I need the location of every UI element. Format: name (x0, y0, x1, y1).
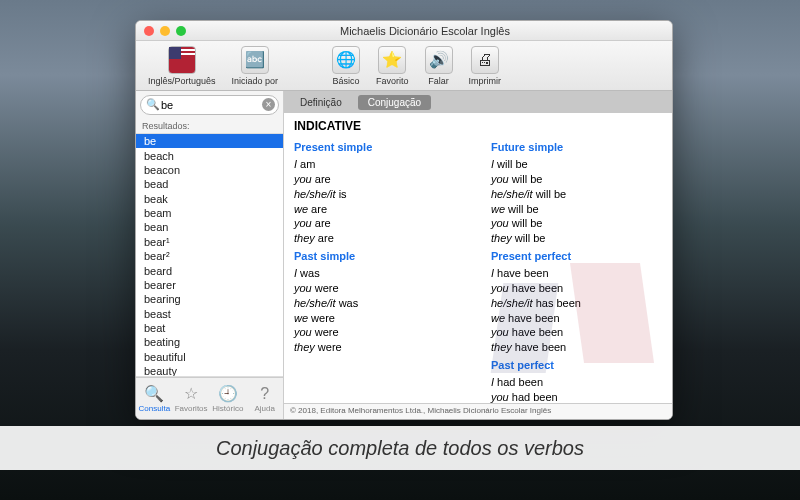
list-item[interactable]: beam (136, 206, 283, 220)
toolbar-label: Falar (428, 76, 449, 86)
conjugation-line: we have been (491, 311, 662, 326)
list-item[interactable]: be (136, 134, 283, 148)
toolbar: Inglês/Português 🔤Iniciado por 🌐Básico ⭐… (136, 41, 672, 91)
toolbar-startswith[interactable]: 🔤Iniciado por (228, 44, 283, 88)
list-item[interactable]: bear² (136, 249, 283, 263)
tab-ajuda[interactable]: ?Ajuda (246, 378, 283, 419)
conjugation-line: you were (294, 281, 465, 296)
conjugation-line: he/she/it was (294, 296, 465, 311)
conjugation-line: I was (294, 266, 465, 281)
star-icon: ☆ (184, 384, 198, 403)
list-item[interactable]: beacon (136, 163, 283, 177)
toolbar-label: Favorito (376, 76, 409, 86)
tab-historico[interactable]: 🕘Histórico (210, 378, 247, 419)
conjugation-line: he/she/it will be (491, 187, 662, 202)
conjugation-line: you had been (491, 390, 662, 403)
minimize-icon[interactable] (160, 26, 170, 36)
results-list[interactable]: bebeachbeaconbeadbeakbeambeanbear¹bear²b… (136, 133, 283, 377)
tab-label: Consulta (139, 404, 171, 413)
conjugation-line: I am (294, 157, 465, 172)
toolbar-basic[interactable]: 🌐Básico (328, 44, 364, 88)
window-title: Michaelis Dicionário Escolar Inglês (186, 25, 664, 37)
conjugation-line: you have been (491, 325, 662, 340)
tab-consulta[interactable]: 🔍Consulta (136, 378, 173, 419)
tense-heading: Past perfect (491, 359, 662, 371)
content-tabs: Definição Conjugação (284, 91, 672, 113)
list-item[interactable]: bean (136, 220, 283, 234)
conjugation-line: they were (294, 340, 465, 355)
conjugation-line: I have been (491, 266, 662, 281)
conjugation-line: they will be (491, 231, 662, 246)
zoom-icon[interactable] (176, 26, 186, 36)
conjugation-line: they are (294, 231, 465, 246)
conjugation-line: we will be (491, 202, 662, 217)
tab-definicao[interactable]: Definição (290, 95, 352, 110)
list-item[interactable]: bearer (136, 278, 283, 292)
tab-label: Favoritos (175, 404, 208, 413)
tab-conjugacao[interactable]: Conjugação (358, 95, 431, 110)
conjugation-right-col: Future simpleI will beyou will behe/she/… (491, 137, 662, 403)
titlebar: Michaelis Dicionário Escolar Inglês (136, 21, 672, 41)
clock-icon: 🕘 (218, 384, 238, 403)
list-item[interactable]: beat (136, 321, 283, 335)
tense-heading: Present perfect (491, 250, 662, 262)
toolbar-label: Imprimir (469, 76, 502, 86)
search-icon: 🔍 (144, 384, 164, 403)
tab-label: Histórico (212, 404, 243, 413)
conjugation-line: I will be (491, 157, 662, 172)
toolbar-label: Iniciado por (232, 76, 279, 86)
conjugation-pane: INDICATIVE Present simpleI amyou arehe/s… (284, 113, 672, 403)
toolbar-speak[interactable]: 🔊Falar (421, 44, 457, 88)
toolbar-label: Inglês/Português (148, 76, 216, 86)
list-item[interactable]: beast (136, 307, 283, 321)
clear-icon[interactable]: × (262, 98, 275, 111)
toolbar-language[interactable]: Inglês/Português (144, 44, 220, 88)
search-field: 🔍 × (140, 95, 279, 115)
mood-heading: INDICATIVE (294, 119, 662, 133)
conjugation-line: they have been (491, 340, 662, 355)
conjugation-line: you have been (491, 281, 662, 296)
help-icon: ? (260, 385, 269, 403)
conjugation-line: he/she/it is (294, 187, 465, 202)
conjugation-line: I had been (491, 375, 662, 390)
conjugation-line: we were (294, 311, 465, 326)
speaker-icon: 🔊 (425, 46, 453, 74)
conjugation-line: you are (294, 172, 465, 187)
content-area: Definição Conjugação INDICATIVE Present … (284, 91, 672, 419)
conjugation-left-col: Present simpleI amyou arehe/she/it iswe … (294, 137, 465, 403)
conjugation-line: you will be (491, 216, 662, 231)
printer-icon: 🖨 (471, 46, 499, 74)
list-item[interactable]: bead (136, 177, 283, 191)
toolbar-favorite[interactable]: ⭐Favorito (372, 44, 413, 88)
marketing-caption: Conjugação completa de todos os verbos (0, 426, 800, 470)
search-icon: 🔍 (146, 98, 160, 111)
list-item[interactable]: bear¹ (136, 235, 283, 249)
conjugation-line: you are (294, 216, 465, 231)
list-item[interactable]: beach (136, 148, 283, 162)
conjugation-line: he/she/it has been (491, 296, 662, 311)
app-window: Michaelis Dicionário Escolar Inglês Ingl… (135, 20, 673, 420)
list-item[interactable]: beautiful (136, 350, 283, 364)
sidebar-bottom-tabs: 🔍Consulta ☆Favoritos 🕘Histórico ?Ajuda (136, 377, 283, 419)
tense-heading: Future simple (491, 141, 662, 153)
results-header: Resultados: (136, 119, 283, 133)
sidebar: 🔍 × Resultados: bebeachbeaconbeadbeakbea… (136, 91, 284, 419)
list-item[interactable]: beak (136, 192, 283, 206)
list-item[interactable]: beard (136, 263, 283, 277)
tab-label: Ajuda (254, 404, 274, 413)
tense-heading: Present simple (294, 141, 465, 153)
toolbar-label: Básico (333, 76, 360, 86)
close-icon[interactable] (144, 26, 154, 36)
desktop-wallpaper: Michaelis Dicionário Escolar Inglês Ingl… (0, 0, 800, 500)
conjugation-line: we are (294, 202, 465, 217)
tab-favoritos[interactable]: ☆Favoritos (173, 378, 210, 419)
copyright-footer: © 2018, Editora Melhoramentos Ltda., Mic… (284, 403, 672, 419)
search-input[interactable] (140, 95, 279, 115)
globe-icon: 🌐 (332, 46, 360, 74)
list-item[interactable]: bearing (136, 292, 283, 306)
toolbar-print[interactable]: 🖨Imprimir (465, 44, 506, 88)
list-item[interactable]: beating (136, 335, 283, 349)
list-item[interactable]: beauty (136, 364, 283, 377)
tense-heading: Past simple (294, 250, 465, 262)
flag-us-icon (168, 46, 196, 74)
